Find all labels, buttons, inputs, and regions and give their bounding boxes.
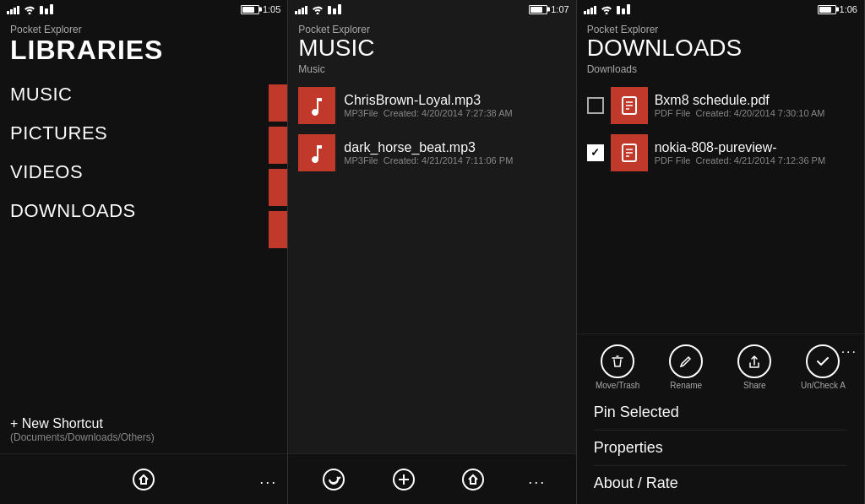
signal-icon-3 [584,4,596,14]
svg-rect-1 [45,8,48,14]
move-trash-icon-circle [601,344,634,378]
file-meta-1: MP3File Created: 4/20/2014 7:27:38 AM [344,108,565,118]
file-name-1: ChrisBrown-Loyal.mp3 [344,93,565,108]
list-item[interactable]: Bxm8 schedule.pdf PDF File Created: 4/20… [580,82,861,129]
file-meta-2: MP3File Created: 4/21/2014 7:11:06 PM [344,155,565,165]
home-icon [132,468,155,491]
move-trash-button[interactable]: Move/Trash [592,344,643,390]
status-right-3: 1:06 [818,4,857,14]
data-icon-2 [328,4,341,14]
svg-point-7 [324,469,344,490]
check-icon-circle [806,344,840,378]
svg-rect-2 [50,4,53,14]
music-note-icon-2 [307,143,327,163]
svg-rect-13 [622,8,625,14]
svg-rect-14 [627,4,630,14]
rename-label: Rename [670,381,702,390]
svg-rect-4 [328,6,331,14]
share-icon-circle [737,344,771,378]
status-left-3 [584,4,630,14]
home-button-2[interactable] [458,464,488,495]
context-toolbar: ... Move/Trash Rename [577,333,864,504]
library-item-pictures[interactable]: PICTURES [10,114,277,153]
svg-rect-0 [40,6,43,14]
data-icon-3 [617,4,630,14]
signal-icon-2 [295,4,307,14]
file-name-dl-2: nokia-808-pureview- [655,140,854,155]
bottom-bar-2: ... [288,453,575,504]
app-name-3: Pocket Explorer [577,19,864,35]
properties-item[interactable]: Properties [594,431,847,466]
pin-selected-item[interactable]: Pin Selected [594,395,847,431]
library-list: MUSIC PICTURES VIDEOS DOWNLOADS [0,75,287,399]
add-button[interactable] [389,464,419,495]
list-item[interactable]: nokia-808-pureview- PDF File Created: 4/… [580,129,861,176]
status-time-3: 1:06 [840,4,857,14]
refresh-icon [322,468,345,491]
panel1-content: Pocket Explorer LIBRARIES MUSIC PICTURES… [0,19,287,453]
app-name-1: Pocket Explorer [0,19,287,35]
rename-icon [677,353,694,370]
svg-point-11 [463,469,483,490]
rename-button[interactable]: Rename [661,344,711,390]
pdf-file-icon-1 [611,87,648,124]
music-note-icon [307,95,327,116]
context-menu: Pin Selected Properties About / Rate [584,392,857,504]
new-shortcut-label: + New Shortcut [10,416,277,431]
more-button-1[interactable]: ... [259,470,277,488]
new-shortcut[interactable]: + New Shortcut (Documents/Downloads/Othe… [0,406,287,453]
downloads-panel: 1:06 Pocket Explorer DOWNLOADS Downloads [577,0,865,504]
move-trash-label: Move/Trash [596,381,639,390]
breadcrumb-3: Downloads [577,63,864,82]
refresh-button[interactable] [318,464,349,495]
new-shortcut-sublabel: (Documents/Downloads/Others) [10,431,277,443]
library-item-music[interactable]: MUSIC [10,75,277,114]
panel3-content: Pocket Explorer DOWNLOADS Downloads Bxm8… [577,19,864,333]
more-button-3[interactable]: ... [841,341,857,356]
svg-rect-6 [338,4,341,14]
checkbox-2[interactable] [587,144,604,161]
battery-icon [241,5,259,14]
wifi-icon [24,4,35,14]
page-title-3: DOWNLOADS [577,35,864,63]
breadcrumb-2: Music [288,63,575,82]
about-rate-item[interactable]: About / Rate [594,466,847,501]
signal-icon [7,4,19,14]
pdf-file-icon-2 [611,134,648,171]
share-icon [746,353,763,370]
file-meta-dl-2: PDF File Created: 4/21/2014 7:12:36 PM [655,155,854,165]
share-button[interactable]: Share [729,344,780,390]
library-item-videos[interactable]: VIDEOS [10,153,277,192]
uncheck-label: Un/Check A [801,381,846,390]
rename-icon-circle [669,344,703,378]
music-panel: 1:07 Pocket Explorer MUSIC Music ChrisBr… [288,0,576,504]
checkbox-1[interactable] [587,97,604,114]
file-name-dl-1: Bxm8 schedule.pdf [655,93,854,108]
library-item-downloads[interactable]: DOWNLOADS [10,192,277,230]
status-bar-2: 1:07 [288,0,575,19]
svg-point-3 [133,469,154,490]
file-info-dl-2: nokia-808-pureview- PDF File Created: 4/… [655,140,854,165]
status-right-2: 1:07 [529,4,569,14]
music-file-icon-2 [298,134,335,171]
libraries-panel: 1:05 Pocket Explorer LIBRARIES MUSIC PIC… [0,0,288,504]
check-all-icon [814,353,831,370]
home-button-1[interactable] [128,464,159,495]
list-item[interactable]: dark_horse_beat.mp3 MP3File Created: 4/2… [291,129,572,176]
downloads-file-list: Bxm8 schedule.pdf PDF File Created: 4/20… [577,82,864,333]
status-bar-1: 1:05 [0,0,287,19]
file-info-1: ChrisBrown-Loyal.mp3 MP3File Created: 4/… [344,93,565,118]
svg-rect-12 [617,6,620,14]
file-info-2: dark_horse_beat.mp3 MP3File Created: 4/2… [344,140,565,165]
status-bar-3: 1:06 [577,0,864,19]
bottom-bar-1: ... [0,453,287,504]
page-title-1: LIBRARIES [0,35,287,75]
status-time-1: 1:05 [263,4,280,14]
battery-icon-2 [529,5,547,14]
more-button-2[interactable]: ... [528,470,546,488]
data-icon [40,4,53,14]
svg-rect-5 [333,8,336,14]
list-item[interactable]: ChrisBrown-Loyal.mp3 MP3File Created: 4/… [291,82,572,129]
music-file-icon-1 [298,87,335,124]
file-info-dl-1: Bxm8 schedule.pdf PDF File Created: 4/20… [655,93,854,118]
